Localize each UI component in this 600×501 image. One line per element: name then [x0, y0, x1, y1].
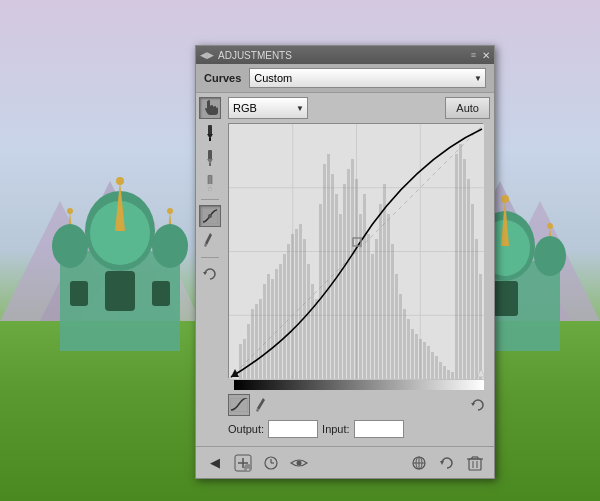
- reset-curve-button[interactable]: [468, 394, 490, 416]
- delete-button[interactable]: [464, 452, 486, 474]
- svg-rect-107: [451, 372, 454, 379]
- svg-rect-104: [439, 362, 442, 379]
- svg-rect-81: [347, 169, 350, 379]
- curve-mode-button[interactable]: [228, 394, 250, 416]
- input-input[interactable]: [354, 420, 404, 438]
- channel-dropdown[interactable]: RGB Red Green Blue: [228, 97, 308, 119]
- svg-rect-89: [379, 204, 382, 379]
- svg-point-12: [52, 224, 88, 268]
- panel-body: RGB Red Green Blue ▼ Auto: [196, 93, 494, 446]
- auto-button[interactable]: Auto: [445, 97, 490, 119]
- svg-rect-95: [403, 309, 406, 379]
- titlebar-left: ◀▶ ADJUSTMENTS: [200, 50, 292, 61]
- curves-tab[interactable]: Curves: [204, 72, 241, 84]
- svg-rect-63: [275, 269, 278, 379]
- svg-marker-121: [471, 403, 475, 406]
- svg-rect-83: [355, 179, 358, 379]
- eyedropper-gray-icon: [203, 150, 217, 166]
- nav-right: [408, 452, 486, 474]
- svg-rect-18: [70, 281, 88, 306]
- input-label: Input:: [322, 423, 350, 435]
- reset-button[interactable]: [199, 263, 221, 285]
- link-button[interactable]: [408, 452, 430, 474]
- bottom-toolbar: [228, 394, 490, 416]
- new-adjustment-icon: +: [234, 454, 252, 472]
- eye-button[interactable]: [288, 452, 310, 474]
- svg-rect-96: [407, 319, 410, 379]
- curve-mode-icon: [230, 398, 248, 412]
- panel-close-button[interactable]: ✕: [482, 50, 490, 61]
- svg-rect-100: [423, 342, 426, 379]
- collapse-arrows[interactable]: ◀▶: [200, 50, 214, 60]
- eyedropper-black-icon: [203, 125, 217, 141]
- gradient-bar-row: [228, 380, 490, 390]
- history-icon: [263, 455, 279, 471]
- curve-tool-icon: [202, 208, 218, 224]
- svg-rect-71: [307, 264, 310, 379]
- svg-rect-77: [331, 174, 334, 379]
- curves-graph: [229, 124, 484, 379]
- svg-rect-70: [303, 239, 306, 379]
- preset-dropdown[interactable]: Custom Default Strong Contrast Medium Co…: [249, 68, 486, 88]
- svg-rect-109: [459, 144, 462, 379]
- svg-rect-62: [271, 279, 274, 379]
- gradient-bar-x: [234, 380, 484, 390]
- svg-rect-86: [367, 234, 370, 379]
- refresh-icon: [439, 455, 455, 471]
- nav-left: ◀ +: [204, 452, 310, 474]
- svg-rect-32: [208, 125, 212, 135]
- delete-icon: [467, 455, 483, 471]
- svg-point-28: [501, 195, 509, 203]
- refresh-button[interactable]: [436, 452, 458, 474]
- svg-rect-97: [411, 329, 414, 379]
- eye-icon: [290, 457, 308, 469]
- svg-point-13: [152, 224, 188, 268]
- svg-rect-134: [469, 459, 481, 470]
- svg-rect-82: [351, 159, 354, 379]
- pencil-mode-icon: [256, 398, 270, 412]
- svg-rect-75: [323, 164, 326, 379]
- adjustments-panel: ◀▶ ADJUSTMENTS ≡ ✕ Curves Custom Default…: [195, 45, 495, 479]
- svg-rect-79: [339, 214, 342, 379]
- svg-rect-110: [463, 159, 466, 379]
- left-toolbar: [196, 93, 224, 446]
- output-input[interactable]: [268, 420, 318, 438]
- eyedropper-gray-button[interactable]: [199, 147, 221, 169]
- pencil-mode-button[interactable]: [252, 394, 274, 416]
- eyedropper-white-button[interactable]: [199, 172, 221, 194]
- svg-rect-80: [343, 184, 346, 379]
- curve-tool-button[interactable]: [199, 205, 221, 227]
- castle-left: [40, 171, 200, 351]
- svg-rect-113: [475, 239, 478, 379]
- svg-point-41: [208, 214, 212, 218]
- link-icon: [411, 455, 427, 471]
- curves-controls: RGB Red Green Blue ▼ Auto: [228, 97, 490, 119]
- panel-header: Curves Custom Default Strong Contrast Me…: [196, 64, 494, 93]
- curves-canvas-wrapper[interactable]: [228, 123, 483, 378]
- svg-rect-105: [443, 366, 446, 379]
- svg-rect-19: [152, 281, 170, 306]
- toolbar-divider-1: [201, 199, 219, 200]
- svg-rect-65: [283, 254, 286, 379]
- pencil-tool-button[interactable]: [199, 230, 221, 252]
- svg-point-27: [534, 236, 566, 276]
- svg-rect-106: [447, 370, 450, 379]
- svg-rect-57: [251, 309, 254, 379]
- pencil-icon: [203, 233, 217, 249]
- svg-rect-78: [335, 194, 338, 379]
- back-button[interactable]: ◀: [204, 452, 226, 474]
- svg-marker-43: [205, 233, 212, 245]
- hand-tool-button[interactable]: [199, 97, 221, 119]
- svg-rect-99: [419, 339, 422, 379]
- panel-titlebar: ◀▶ ADJUSTMENTS ≡ ✕: [196, 46, 494, 64]
- svg-rect-87: [371, 254, 374, 379]
- svg-rect-93: [395, 274, 398, 379]
- svg-rect-101: [427, 346, 430, 379]
- panel-menu-icon[interactable]: ≡: [471, 50, 476, 60]
- svg-rect-55: [243, 339, 246, 379]
- history-button[interactable]: [260, 452, 282, 474]
- new-adjustment-button[interactable]: +: [232, 452, 254, 474]
- svg-rect-64: [279, 264, 282, 379]
- eyedropper-black-button[interactable]: [199, 122, 221, 144]
- svg-rect-58: [255, 304, 258, 379]
